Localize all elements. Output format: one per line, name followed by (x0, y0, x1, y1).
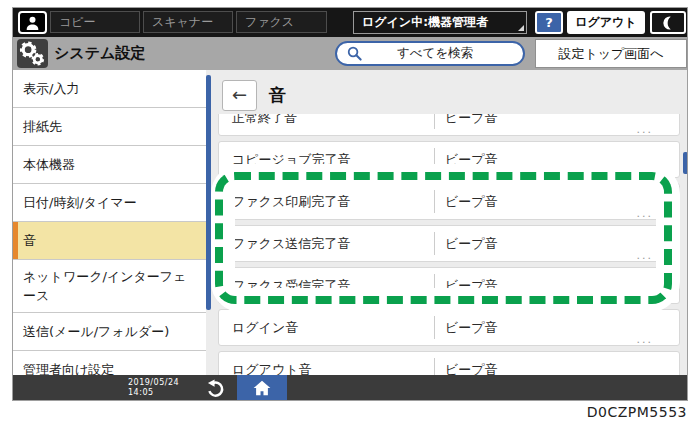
setting-value: ビープ音 (445, 184, 498, 219)
row-divider (434, 316, 435, 339)
login-status-label: ログイン中:機器管理者 (362, 15, 488, 29)
tab-scanner[interactable]: スキャナー (143, 11, 233, 33)
setting-label: コピージョブ完了音 (232, 142, 351, 177)
setting-row[interactable]: ファクス印刷完了音ビープ音... (218, 183, 680, 220)
row-divider (434, 114, 435, 129)
sidebar-item-label: 表示/入力 (23, 79, 79, 98)
device-screen: コピー スキャナー ファクス ログイン中:機器管理者 ? ログアウト (13, 8, 687, 400)
home-button[interactable] (237, 375, 287, 400)
setting-label: ファクス受信完了音 (232, 268, 350, 303)
setting-value: ビープ音 (445, 352, 498, 375)
sidebar-item[interactable]: 管理者向け設定 (13, 351, 206, 375)
undo-arrow-icon (204, 378, 226, 398)
setting-row[interactable]: ファクス送信完了音ビープ音... (218, 225, 680, 262)
setting-row[interactable]: ログイン音ビープ音... (218, 309, 680, 346)
logout-button[interactable]: ログアウト (567, 11, 645, 34)
moon-icon (661, 15, 676, 31)
sidebar-item[interactable]: ネットワーク/インターフェース (13, 260, 206, 313)
sidebar-item-label: 排紙先 (23, 117, 62, 136)
app-header: システム設定 すべてを検索 設定トップ画面へ (13, 37, 687, 70)
energy-saver-button[interactable] (650, 11, 686, 34)
more-options-indicator: ... (637, 165, 654, 178)
figure-caption: D0CZPM5553 (587, 404, 687, 420)
date-label: 2019/05/24 (128, 378, 179, 388)
setting-row[interactable]: 正常終了音ビープ音... (218, 114, 680, 136)
home-icon (252, 379, 272, 397)
app-title: システム設定 (54, 37, 145, 70)
sidebar-item-label: 音 (23, 231, 36, 250)
search-placeholder: すべてを検索 (363, 45, 523, 62)
tab-fax[interactable]: ファクス (236, 11, 327, 33)
sidebar-item-label: 送信(メール/フォルダー) (23, 322, 169, 341)
more-options-indicator: ... (637, 207, 654, 220)
top-status-bar: コピー スキャナー ファクス ログイン中:機器管理者 ? ログアウト (13, 8, 687, 37)
more-options-indicator: ... (637, 291, 654, 304)
user-button[interactable] (18, 11, 47, 34)
row-divider (434, 148, 435, 171)
login-dropdown-icon (518, 25, 524, 31)
sidebar-item-label: ネットワーク/インターフェース (23, 267, 198, 305)
setting-label: 正常終了音 (232, 114, 297, 135)
help-button[interactable]: ? (535, 11, 563, 34)
setting-label: ファクス印刷完了音 (232, 184, 350, 219)
row-divider (434, 274, 435, 297)
setting-row[interactable]: ファクス受信完了音ビープ音... (218, 267, 680, 304)
row-divider (434, 358, 435, 375)
time-label: 14:05 (128, 388, 179, 398)
setting-value: ビープ音 (445, 142, 498, 177)
system-settings-icon (17, 39, 48, 68)
more-options-indicator: ... (637, 249, 654, 262)
sidebar-item[interactable]: 排紙先 (13, 108, 206, 146)
settings-body: 表示/入力排紙先本体機器日付/時刻/タイマー音ネットワーク/インターフェース送信… (13, 70, 687, 375)
content-scrollbar-thumb[interactable] (683, 152, 687, 174)
clock: 2019/05/24 14:05 (128, 378, 179, 397)
tab-label: コピー (59, 15, 96, 29)
more-options-indicator: ... (637, 123, 654, 136)
setting-label: ファクス送信完了音 (232, 226, 350, 261)
setting-label: ログイン音 (232, 310, 298, 345)
sidebar-item[interactable]: 送信(メール/フォルダー) (13, 313, 206, 351)
row-divider (434, 190, 435, 213)
settings-top-screen-button[interactable]: 設定トップ画面へ (535, 39, 687, 68)
clipped-row-viewport: 正常終了音ビープ音... (210, 114, 687, 137)
tab-label: スキャナー (152, 15, 213, 29)
settings-sidebar: 表示/入力排紙先本体機器日付/時刻/タイマー音ネットワーク/インターフェース送信… (13, 70, 206, 375)
login-status[interactable]: ログイン中:機器管理者 (353, 11, 527, 34)
sidebar-item[interactable]: 本体機器 (13, 146, 206, 184)
user-icon (24, 15, 41, 30)
setting-label: ログアウト音 (232, 352, 312, 375)
setting-value: ビープ音 (445, 114, 498, 135)
sidebar-item[interactable]: 表示/入力 (13, 70, 206, 108)
sidebar-item-label: 本体機器 (23, 155, 75, 174)
tab-copy[interactable]: コピー (50, 11, 140, 33)
sidebar-item[interactable]: 音 (13, 222, 206, 260)
sidebar-item-label: 日付/時刻/タイマー (23, 193, 137, 212)
search-field[interactable]: すべてを検索 (335, 41, 525, 66)
sound-settings-panel: ← 音 正常終了音ビープ音...コピージョブ完了音ビープ音...ファクス印刷完了… (210, 70, 687, 375)
more-options-indicator: ... (637, 333, 654, 346)
sound-rows: 正常終了音ビープ音...コピージョブ完了音ビープ音...ファクス印刷完了音ビープ… (210, 70, 687, 375)
row-divider (434, 232, 435, 255)
setting-value: ビープ音 (445, 268, 498, 303)
setting-row[interactable]: ログアウト音ビープ音... (218, 351, 680, 375)
search-icon (346, 45, 363, 62)
setting-row[interactable]: コピージョブ完了音ビープ音... (218, 141, 680, 178)
sidebar-item[interactable]: 日付/時刻/タイマー (13, 184, 206, 222)
sidebar-item-label: 管理者向け設定 (23, 360, 114, 375)
hardware-back-button[interactable] (193, 375, 237, 400)
setting-value: ビープ音 (445, 226, 498, 261)
bottom-system-bar: 2019/05/24 14:05 (13, 375, 687, 400)
tab-label: ファクス (245, 15, 294, 29)
setting-value: ビープ音 (445, 310, 498, 345)
